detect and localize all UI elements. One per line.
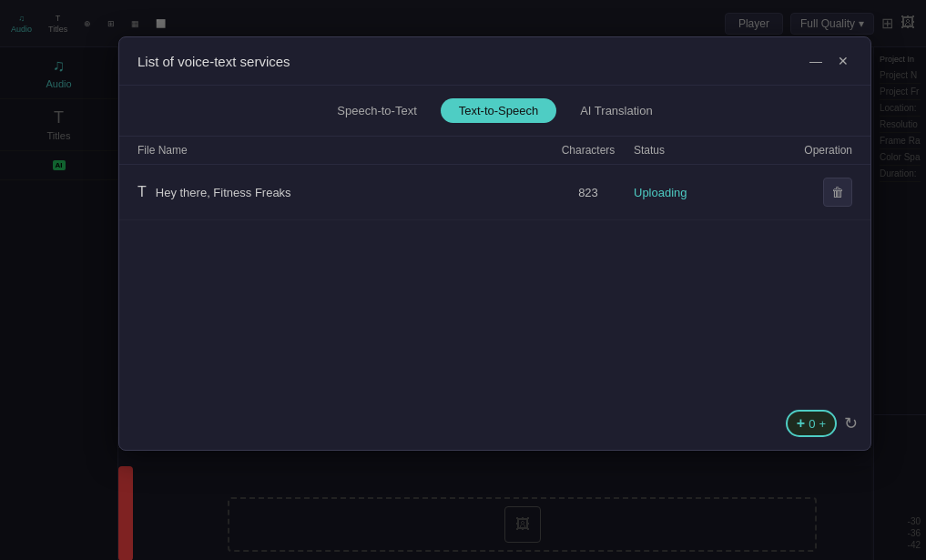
counter-count: 0 <box>809 417 815 431</box>
minimize-button[interactable]: — <box>807 52 825 70</box>
cell-operation: 🗑 <box>779 178 852 207</box>
tab-ai-translation[interactable]: AI Translation <box>562 98 671 123</box>
close-button[interactable]: ✕ <box>834 52 852 70</box>
tab-bar: Speech-to-Text Text-to-Speech AI Transla… <box>119 86 870 137</box>
cell-status: Uploading <box>634 186 779 199</box>
counter-suffix: + <box>819 417 826 431</box>
modal-title: List of voice-text services <box>137 54 290 69</box>
col-file-name: File Name <box>137 144 543 157</box>
modal-dialog: List of voice-text services — ✕ Speech-t… <box>118 36 871 451</box>
delete-button[interactable]: 🗑 <box>823 178 852 207</box>
tab-speech-to-text[interactable]: Speech-to-Text <box>319 98 434 123</box>
plus-icon: + <box>797 415 805 432</box>
col-status: Status <box>634 144 779 157</box>
trash-icon: 🗑 <box>831 185 844 199</box>
col-characters: Characters <box>543 144 634 157</box>
file-name-text: Hey there, Fitness Freaks <box>156 186 291 199</box>
modal-footer: + 0 + ↻ <box>786 410 858 437</box>
col-operation: Operation <box>779 144 852 157</box>
refresh-button[interactable]: ↻ <box>844 413 858 433</box>
cell-characters: 823 <box>543 186 634 199</box>
table-row[interactable]: T Hey there, Fitness Freaks 823 Uploadin… <box>119 165 870 220</box>
table-body: T Hey there, Fitness Freaks 823 Uploadin… <box>119 165 870 450</box>
table-header: File Name Characters Status Operation <box>119 137 870 165</box>
counter-button[interactable]: + 0 + <box>786 410 837 437</box>
text-file-icon: T <box>137 184 147 200</box>
modal-header: List of voice-text services — ✕ <box>119 37 870 86</box>
cell-file-name: T Hey there, Fitness Freaks <box>137 184 543 200</box>
tab-text-to-speech[interactable]: Text-to-Speech <box>441 98 556 123</box>
modal-controls: — ✕ <box>807 52 852 70</box>
